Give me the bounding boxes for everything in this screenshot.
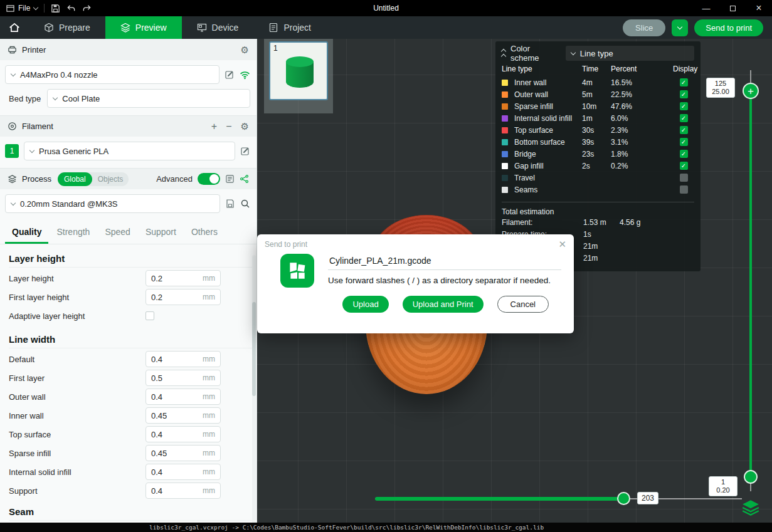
line-width-top-surface-field[interactable]: mm <box>145 426 221 442</box>
line-width-internal-solid-input[interactable] <box>146 467 203 477</box>
line-width-first-layer-input[interactable] <box>146 373 203 383</box>
layer-slider-range[interactable] <box>749 91 752 477</box>
legend-label: Gap infill <box>514 162 582 170</box>
filament-settings-gear-icon[interactable]: ⚙ <box>241 121 249 132</box>
display-checkbox[interactable]: ✓ <box>680 90 688 98</box>
scope-objects-button[interactable]: Objects <box>92 172 129 186</box>
line-width-inner-wall-input[interactable] <box>146 411 203 420</box>
scope-global-button[interactable]: Global <box>58 172 92 186</box>
display-checkbox[interactable]: ✓ <box>680 126 688 134</box>
line-width-sparse-infill-field[interactable]: mm <box>145 445 221 461</box>
line-width-internal-solid-field[interactable]: mm <box>145 464 221 480</box>
view-mode-select[interactable]: Line type <box>566 46 694 61</box>
slice-button[interactable]: Slice <box>623 19 665 36</box>
advanced-toggle[interactable] <box>198 173 220 185</box>
home-button[interactable] <box>0 16 29 39</box>
maximize-button[interactable] <box>719 0 746 16</box>
layer-slider-bottom-handle[interactable] <box>744 470 758 484</box>
tab-speed[interactable]: Speed <box>98 224 137 244</box>
first-layer-height-field[interactable]: mm <box>145 289 221 305</box>
tab-others[interactable]: Others <box>184 224 225 244</box>
display-checkbox[interactable]: ✓ <box>680 162 688 170</box>
line-width-top-surface-input[interactable] <box>146 430 203 439</box>
line-width-default-field[interactable]: mm <box>145 351 221 367</box>
legend-time: 4m <box>582 78 611 87</box>
redo-button[interactable] <box>82 4 92 13</box>
tab-prepare[interactable]: Prepare <box>29 16 105 39</box>
edit-printer-icon[interactable] <box>225 70 235 80</box>
display-checkbox[interactable]: ✓ <box>680 185 688 194</box>
display-checkbox[interactable]: ✓ <box>680 138 688 146</box>
edit-filament-icon[interactable] <box>240 146 250 156</box>
title-bar: Untitled File — × <box>0 0 772 16</box>
dialog-close-icon[interactable]: ✕ <box>558 239 566 249</box>
parameter-tree-icon[interactable] <box>240 174 249 184</box>
printer-settings-gear-icon[interactable]: ⚙ <box>241 44 249 56</box>
filament-preset-select[interactable]: Prusa Generic PLA <box>24 142 235 160</box>
tab-preview[interactable]: Preview <box>105 16 182 39</box>
save-preset-icon[interactable] <box>225 199 235 209</box>
printer-preset-select[interactable]: A4MaxPro 0.4 nozzle <box>5 65 219 84</box>
param-label: Support <box>9 486 38 496</box>
line-width-support-field[interactable]: mm <box>145 482 221 499</box>
legend-label: Outer wall <box>514 90 582 99</box>
upload-button[interactable]: Upload <box>342 296 388 313</box>
add-filament-icon[interactable]: + <box>211 121 217 132</box>
parameter-list-icon[interactable] <box>225 174 235 184</box>
layer-slider-top-handle[interactable]: + <box>743 83 759 99</box>
undo-button[interactable] <box>66 4 76 13</box>
legend-label: Internal solid infill <box>514 114 582 123</box>
send-to-print-button[interactable]: Send to print <box>694 19 763 36</box>
line-width-default-input[interactable] <box>146 355 203 364</box>
display-checkbox[interactable]: ✓ <box>680 114 688 122</box>
save-button[interactable] <box>51 4 60 13</box>
adaptive-layer-height-checkbox[interactable] <box>145 311 154 320</box>
check-icon: ✓ <box>681 103 686 110</box>
line-width-first-layer-field[interactable]: mm <box>145 370 221 386</box>
line-width-outer-wall-input[interactable] <box>146 392 203 402</box>
remove-filament-icon[interactable]: − <box>226 121 231 132</box>
tab-device[interactable]: Device <box>182 16 254 39</box>
bed-type-select[interactable]: Cool Plate <box>47 89 250 108</box>
layers-view-button[interactable] <box>741 499 760 516</box>
file-menu-label: File <box>18 4 30 13</box>
wifi-icon[interactable] <box>240 70 250 80</box>
legend-percent: 2.3% <box>611 126 651 135</box>
collapse-panel-icon[interactable] <box>502 49 505 58</box>
search-icon[interactable] <box>240 199 250 209</box>
close-button[interactable]: × <box>746 0 772 16</box>
minimize-button[interactable]: — <box>693 0 719 16</box>
legend-percent: 16.5% <box>611 78 651 87</box>
tab-project[interactable]: Project <box>253 16 326 39</box>
tab-support[interactable]: Support <box>139 224 183 244</box>
plate-thumbnail[interactable]: 1 <box>269 41 328 100</box>
sidebar-scrollbar-thumb[interactable] <box>252 302 256 396</box>
line-width-support-input[interactable] <box>146 486 203 496</box>
process-preset-select[interactable]: 0.20mm Standard @MK3S <box>5 194 220 213</box>
tab-strength[interactable]: Strength <box>50 224 97 244</box>
group-title-line-width: Line width <box>9 334 253 348</box>
line-width-inner-wall-field[interactable]: mm <box>145 407 221 424</box>
gcode-filename-input[interactable] <box>328 254 561 270</box>
move-slider-range[interactable] <box>375 497 624 501</box>
display-checkbox[interactable]: ✓ <box>680 174 688 182</box>
display-checkbox[interactable]: ✓ <box>680 78 688 86</box>
upload-and-print-button[interactable]: Upload and Print <box>403 296 484 313</box>
layer-height-input[interactable] <box>146 274 203 283</box>
color-swatch <box>502 175 508 181</box>
layer-height-field[interactable]: mm <box>145 270 221 286</box>
first-layer-height-input[interactable] <box>146 293 203 302</box>
line-width-outer-wall-field[interactable]: mm <box>145 389 221 405</box>
param-label: Top surface <box>9 430 51 439</box>
file-menu[interactable]: File <box>6 4 38 13</box>
tab-quality[interactable]: Quality <box>5 224 48 244</box>
check-icon: ✓ <box>681 91 686 98</box>
display-checkbox[interactable]: ✓ <box>680 102 688 110</box>
cancel-button[interactable]: Cancel <box>497 296 549 313</box>
display-checkbox[interactable]: ✓ <box>680 150 688 158</box>
line-width-sparse-infill-input[interactable] <box>146 449 203 458</box>
filament-slot-badge[interactable]: 1 <box>5 144 19 158</box>
send-options-button[interactable] <box>672 19 688 36</box>
move-slider-handle[interactable] <box>617 492 630 505</box>
divider <box>44 4 45 13</box>
